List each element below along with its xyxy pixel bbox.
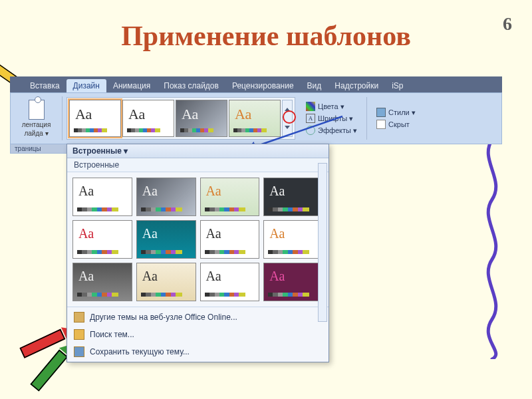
effects-label: Эффекты ▾ [318,126,357,135]
dropdown-theme-thumb[interactable]: Аа [72,220,132,259]
theme-aa: Аа [235,106,251,123]
dropdown-scrollbar[interactable] [318,163,327,322]
theme-thumb[interactable]: Аа [176,100,227,137]
theme-options-group: Цвета ▾ AШрифты ▾ Эффекты ▾ [303,101,360,136]
dropdown-theme-thumb[interactable]: Аа [200,263,260,301]
theme-aa: Аа [78,269,94,284]
save-icon [74,346,84,357]
theme-aa: Аа [269,226,285,241]
tab-animation[interactable]: Анимация [106,79,157,92]
bg-hide-label: Скрыт [388,120,410,128]
separator [366,97,367,140]
page-setup-group-label: траницы [10,144,67,154]
orientation-label-1: лентация [22,121,51,128]
theme-aa: Аа [78,184,94,199]
dropdown-theme-grid: АаАаАаАаАаАаАаАаАаАаАаАа [67,172,329,307]
save-current-theme-item[interactable]: Сохранить текущую тему... [67,343,329,360]
tab-review[interactable]: Рецензирование [225,79,301,92]
page-title: Применение шаблонов [0,20,532,52]
theme-aa: Аа [75,106,92,123]
save-theme-label: Сохранить текущую тему... [90,347,190,356]
dropdown-theme-thumb[interactable]: Аа [263,263,323,301]
dropdown-theme-thumb[interactable]: Аа [136,263,196,301]
tab-addins[interactable]: Надстройки [328,79,385,92]
dropdown-theme-thumb[interactable]: Аа [263,178,323,216]
slide-orientation-button[interactable]: лентация лайда ▾ [15,96,63,140]
tab-view[interactable]: Вид [301,79,329,92]
fonts-label: Шрифты ▾ [318,114,353,123]
hide-background-checkbox[interactable]: Скрыт [374,119,418,130]
theme-aa: Аа [269,269,285,284]
colors-label: Цвета ▾ [318,102,344,111]
theme-aa: Аа [206,226,221,241]
dropdown-header[interactable]: Встроенные ▾ [67,144,329,158]
effects-button[interactable]: Эффекты ▾ [303,125,360,136]
orientation-label-2: лайда ▾ [24,130,48,137]
dropdown-theme-thumb[interactable]: Аа [200,220,260,259]
tab-slideshow[interactable]: Показ слайдов [157,79,225,92]
dropdown-section-label: Встроенные [67,158,329,172]
dropdown-theme-thumb[interactable]: Аа [136,220,196,259]
theme-aa: Аа [142,226,158,241]
themes-dropdown: Встроенные ▾ Встроенные АаАаАаАаАаАаАаАа… [66,144,329,362]
ribbon-tabstrip: Вставка Дизайн Анимация Показ слайдов Ре… [10,76,502,92]
tab-design[interactable]: Дизайн [66,79,106,92]
theme-aa: Аа [206,269,221,284]
ribbon-body: лентация лайда ▾ Аа Аа Аа Аа Цвета ▾ AШр [10,92,502,144]
fonts-button[interactable]: AШрифты ▾ [303,113,360,124]
globe-icon [74,312,84,323]
theme-aa: Аа [269,184,285,199]
dropdown-theme-thumb[interactable]: Аа [72,263,132,301]
tab-ispring[interactable]: iSp [385,79,410,92]
annotation-circle [283,110,296,124]
more-online-label: Другие темы на веб-узле Office Online... [90,313,237,322]
tab-insert[interactable]: Вставка [23,79,66,92]
theme-aa: Аа [182,106,198,123]
theme-aa: Аа [78,226,94,241]
dropdown-theme-thumb[interactable]: Аа [136,178,196,216]
search-themes-item[interactable]: Поиск тем... [67,326,329,343]
search-themes-label: Поиск тем... [90,330,134,339]
orientation-icon [29,100,45,120]
dropdown-theme-thumb[interactable]: Аа [72,178,132,216]
theme-aa: Аа [142,184,158,199]
bg-styles-label: Стили ▾ [388,108,416,117]
theme-aa: Аа [206,184,221,199]
background-group: Стили ▾ Скрыт [374,107,418,130]
themes-more-button[interactable] [282,100,293,137]
theme-thumb[interactable]: Аа [229,100,281,137]
theme-thumb[interactable]: Аа [122,100,174,137]
background-styles-button[interactable]: Стили ▾ [374,107,418,118]
more-themes-online-item[interactable]: Другие темы на веб-узле Office Online... [67,309,329,326]
colors-button[interactable]: Цвета ▾ [303,101,360,112]
dropdown-theme-thumb[interactable]: Аа [263,220,323,259]
design-ribbon: Вставка Дизайн Анимация Показ слайдов Ре… [10,76,502,154]
theme-aa: Аа [128,106,145,123]
folder-search-icon [74,329,84,340]
theme-aa: Аа [142,269,158,284]
dropdown-theme-thumb[interactable]: Аа [200,178,260,216]
themes-gallery: Аа Аа Аа Аа [66,97,295,140]
theme-thumb[interactable]: Аа [69,100,121,137]
dropdown-footer: Другие темы на веб-узле Office Online...… [67,307,329,362]
